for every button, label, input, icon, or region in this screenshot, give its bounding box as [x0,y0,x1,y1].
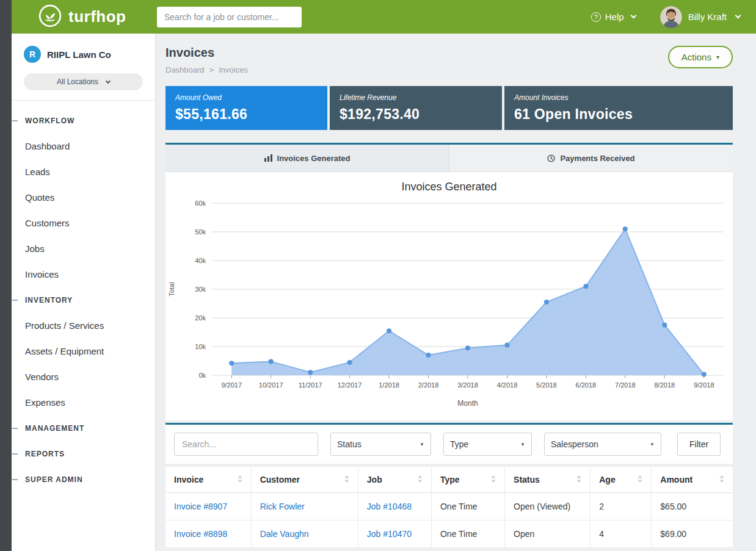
select-value: Salesperson [551,439,598,449]
svg-text:Total: Total [168,282,175,296]
column-label: Amount [660,475,692,484]
user-menu[interactable]: Billy Kraft [660,6,740,28]
section-dash-icon [12,453,18,455]
column-header-invoice[interactable]: Invoice [165,467,251,493]
invoice-link[interactable]: Invoice #8898 [174,529,227,539]
section-dash-icon [12,120,18,121]
breadcrumb-item-dashboard[interactable]: Dashboard [165,65,205,74]
sort-icon[interactable] [719,475,724,484]
sidebar-item-customers[interactable]: Customers [12,211,155,236]
customer-link[interactable]: Rick Fowler [260,502,305,511]
sidebar-item-dashboard[interactable]: Dashboard [12,134,155,159]
svg-text:12/2017: 12/2017 [338,381,362,389]
sidebar-item-expenses[interactable]: Expenses [12,390,155,416]
actions-button[interactable]: Actions ▾ [668,46,733,68]
global-search-input[interactable] [157,7,302,27]
page-header: Invoices Dashboard>Invoices Actions ▾ [165,46,733,74]
chart-title: Invoices Generated [165,181,733,193]
clock-icon [547,154,555,162]
sidebar-section-label: SUPER ADMIN [25,475,83,484]
sidebar-section-management[interactable]: MANAGEMENT [12,416,155,441]
topbar: turfhop ? Help Billy Kraft [12,0,756,34]
dropdown-arrow-icon: ▼ [520,442,525,447]
sort-icon[interactable] [638,475,642,484]
caret-down-icon: ▾ [716,54,719,60]
tab-invoices-generated[interactable]: Invoices Generated [165,145,449,171]
svg-text:9/2018: 9/2018 [694,381,714,389]
tab-payments-received[interactable]: Payments Received [449,145,733,171]
sidebar-section-reports[interactable]: REPORTS [12,441,155,467]
section-dash-icon [12,479,18,480]
avatar [660,6,682,28]
sidebar-section-super-admin[interactable]: SUPER ADMIN [12,467,155,492]
column-header-amount[interactable]: Amount [652,467,733,493]
stat-amount-invoices: Amount Invoices61 Open Invoices [504,86,733,130]
invoices-table: InvoiceCustomerJobTypeStatusAgeAmountInv… [165,467,733,548]
column-header-job[interactable]: Job [358,467,431,493]
type-value: One Time [440,529,478,539]
svg-text:5/2018: 5/2018 [536,381,557,389]
status-select[interactable]: Status▼ [330,433,431,456]
column-label: Job [367,475,382,484]
sidebar-section-inventory[interactable]: INVENTORY [12,287,155,313]
sort-icon[interactable] [344,475,349,484]
filter-button[interactable]: Filter [677,433,721,456]
column-header-customer[interactable]: Customer [251,467,358,493]
column-label: Type [440,475,460,484]
locations-selector[interactable]: All Locations [24,73,143,90]
invoice-link[interactable]: Invoice #8907 [174,502,227,511]
chevron-down-icon [735,13,741,19]
sort-icon[interactable] [238,475,242,484]
status-value: Open (Viewed) [514,502,570,511]
sidebar-item-jobs[interactable]: Jobs [12,236,155,262]
invoices-generated-chart: 0k10k20k30k40k50k60k9/201710/201711/2017… [165,196,732,411]
invoice-row: Invoice #8898Dale VaughnJob #10470One Ti… [165,520,733,548]
sidebar-section-label: REPORTS [25,450,65,458]
column-header-status[interactable]: Status [505,467,591,493]
table-search-input[interactable] [174,433,318,456]
stat-value: $55,161.66 [175,106,318,123]
age-value: 2 [599,502,604,511]
help-menu[interactable]: ? Help [591,12,636,22]
chart-tabs: Invoices GeneratedPayments Received [165,145,733,172]
brand-name: turfhop [68,7,126,26]
svg-text:2/2018: 2/2018 [418,381,439,389]
company: R RIIPL Lawn Co [24,46,143,63]
tab-label: Invoices Generated [277,154,351,163]
invoices-table-card: InvoiceCustomerJobTypeStatusAgeAmountInv… [165,467,733,548]
customer-link[interactable]: Dale Vaughn [260,529,309,539]
salesperson-select[interactable]: Salesperson▼ [544,433,661,456]
sidebar-item-assets-equipment[interactable]: Assets / Equipment [12,339,155,364]
svg-text:20k: 20k [195,314,206,322]
invoice-row: Invoice #8907Rick FowlerJob #10468One Ti… [165,493,733,520]
sidebar-top: R RIIPL Lawn Co All Locations [12,34,155,101]
amount-value: $69.00 [660,529,686,539]
column-header-type[interactable]: Type [431,467,504,493]
job-link[interactable]: Job #10468 [367,502,412,511]
svg-text:40k: 40k [195,257,206,264]
sidebar-item-leads[interactable]: Leads [12,159,155,185]
svg-text:60k: 60k [195,200,206,207]
stat-value: 61 Open Invoices [514,106,723,123]
help-label: Help [605,12,624,22]
job-link[interactable]: Job #10470 [367,529,412,539]
sort-icon[interactable] [491,475,496,484]
sort-icon[interactable] [576,475,581,484]
sidebar-item-products-services[interactable]: Products / Services [12,313,155,339]
chart-card: Invoices GeneratedPayments Received Invo… [165,143,733,420]
sidebar-item-quotes[interactable]: Quotes [12,185,155,211]
sidebar-item-vendors[interactable]: Vendors [12,364,155,390]
stat-lifetime-revenue: Lifetime Revenue$192,753.40 [330,86,502,130]
company-badge: R [24,46,41,63]
type-select[interactable]: Type▼ [443,433,532,456]
filter-bar: Status▼Type▼Salesperson▼ Filter [165,423,733,464]
sidebar: R RIIPL Lawn Co All Locations WORKFLOWDa… [12,34,156,551]
sidebar-section-workflow[interactable]: WORKFLOW [12,108,155,134]
sort-icon[interactable] [418,475,423,484]
column-header-age[interactable]: Age [591,467,652,493]
sidebar-item-invoices[interactable]: Invoices [12,262,155,287]
svg-text:4/2018: 4/2018 [497,381,518,389]
brand-logo[interactable]: turfhop [38,4,157,31]
bar-chart-icon [264,154,272,162]
filter-selects: Status▼Type▼Salesperson▼ [330,433,661,456]
